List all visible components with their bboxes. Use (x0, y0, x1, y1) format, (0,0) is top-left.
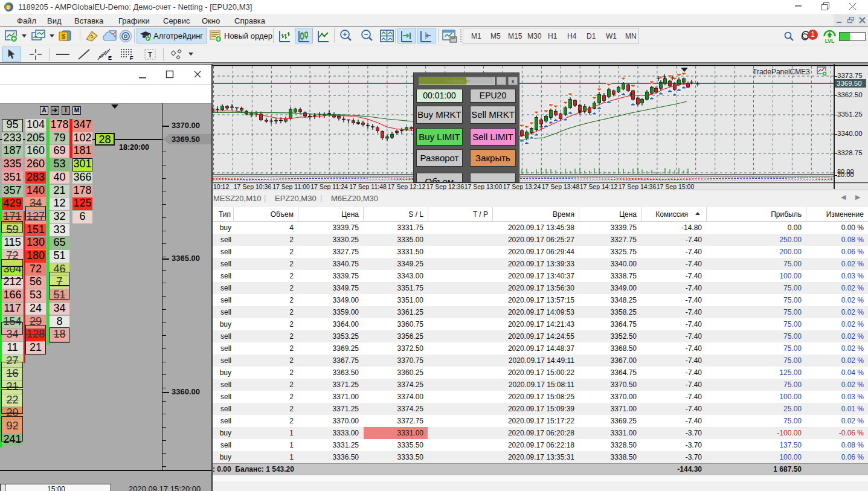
svg-text:5: 5 (91, 34, 94, 39)
svg-text:F: F (130, 55, 133, 61)
svg-text:E: E (108, 55, 112, 61)
svg-text:$: $ (62, 33, 65, 40)
svg-text:LVL: LVL (825, 38, 834, 44)
svg-text:5: 5 (7, 5, 10, 10)
svg-text:T: T (148, 51, 153, 59)
